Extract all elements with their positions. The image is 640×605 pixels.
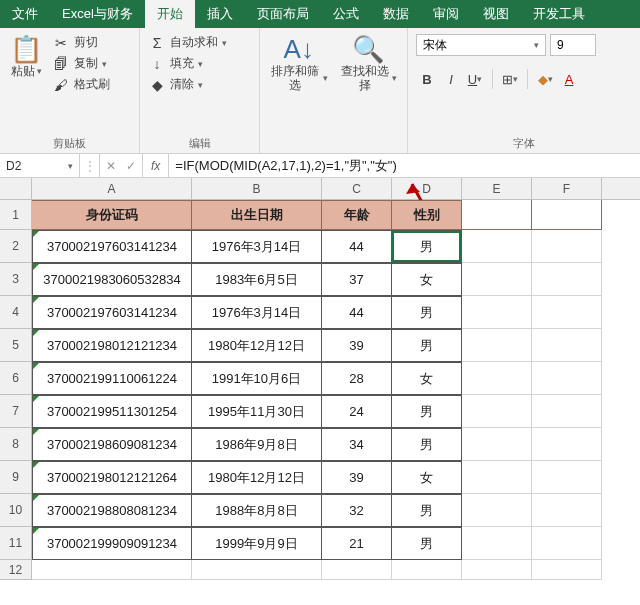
row-header-11[interactable]: 11 xyxy=(0,527,32,560)
cell-C4[interactable]: 44 xyxy=(322,296,392,329)
cell-C8[interactable]: 34 xyxy=(322,428,392,461)
cell-E12[interactable] xyxy=(462,560,532,580)
col-header-A[interactable]: A xyxy=(32,178,192,199)
cell-F3[interactable] xyxy=(532,263,602,296)
fill-button[interactable]: ↓填充▾ xyxy=(144,53,255,74)
menu-data[interactable]: 数据 xyxy=(371,0,421,28)
clear-button[interactable]: ◆清除▾ xyxy=(144,74,255,95)
cell-E3[interactable] xyxy=(462,263,532,296)
cell-F1[interactable] xyxy=(532,200,602,230)
font-name-select[interactable]: 宋体 ▾ xyxy=(416,34,546,56)
cell-D11[interactable]: 男 xyxy=(392,527,462,560)
menu-custom[interactable]: Excel与财务 xyxy=(50,0,145,28)
row-header-3[interactable]: 3 xyxy=(0,263,32,296)
cell-F7[interactable] xyxy=(532,395,602,428)
paste-button[interactable]: 📋 粘贴▾ xyxy=(4,32,48,95)
font-size-select[interactable]: 9 xyxy=(550,34,596,56)
cell-E6[interactable] xyxy=(462,362,532,395)
cell-B6[interactable]: 1991年10月6日 xyxy=(192,362,322,395)
cell-A2[interactable]: 370002197603141234 xyxy=(32,230,192,263)
cell-B3[interactable]: 1983年6月5日 xyxy=(192,263,322,296)
cell-A10[interactable]: 370002198808081234 xyxy=(32,494,192,527)
row-header-5[interactable]: 5 xyxy=(0,329,32,362)
cell-E10[interactable] xyxy=(462,494,532,527)
cell-D6[interactable]: 女 xyxy=(392,362,462,395)
autosum-button[interactable]: Σ自动求和▾ xyxy=(144,32,255,53)
cell-F5[interactable] xyxy=(532,329,602,362)
cell-A6[interactable]: 370002199110061224 xyxy=(32,362,192,395)
menu-page-layout[interactable]: 页面布局 xyxy=(245,0,321,28)
cell-B10[interactable]: 1988年8月8日 xyxy=(192,494,322,527)
row-header-9[interactable]: 9 xyxy=(0,461,32,494)
cell-D7[interactable]: 男 xyxy=(392,395,462,428)
cell-B7[interactable]: 1995年11月30日 xyxy=(192,395,322,428)
cell-C9[interactable]: 39 xyxy=(322,461,392,494)
cell-C2[interactable]: 44 xyxy=(322,230,392,263)
cell-B5[interactable]: 1980年12月12日 xyxy=(192,329,322,362)
format-painter-button[interactable]: 🖌格式刷 xyxy=(48,74,114,95)
cell-B1[interactable]: 出生日期 xyxy=(192,200,322,230)
cell-D4[interactable]: 男 xyxy=(392,296,462,329)
underline-button[interactable]: U▾ xyxy=(464,68,486,90)
col-header-C[interactable]: C xyxy=(322,178,392,199)
col-header-B[interactable]: B xyxy=(192,178,322,199)
name-box[interactable]: D2 ▾ xyxy=(0,154,80,177)
col-header-D[interactable]: D xyxy=(392,178,462,199)
cell-E11[interactable] xyxy=(462,527,532,560)
cell-F6[interactable] xyxy=(532,362,602,395)
col-header-F[interactable]: F xyxy=(532,178,602,199)
cell-D2[interactable]: 男 xyxy=(392,230,462,263)
col-header-E[interactable]: E xyxy=(462,178,532,199)
sort-filter-button[interactable]: A↓ 排序和筛选▾ xyxy=(264,32,334,96)
row-header-12[interactable]: 12 xyxy=(0,560,32,580)
row-header-4[interactable]: 4 xyxy=(0,296,32,329)
cell-F12[interactable] xyxy=(532,560,602,580)
menu-insert[interactable]: 插入 xyxy=(195,0,245,28)
cell-D3[interactable]: 女 xyxy=(392,263,462,296)
cell-D12[interactable] xyxy=(392,560,462,580)
cell-E7[interactable] xyxy=(462,395,532,428)
cell-F8[interactable] xyxy=(532,428,602,461)
cell-D10[interactable]: 男 xyxy=(392,494,462,527)
cell-C6[interactable]: 28 xyxy=(322,362,392,395)
row-header-10[interactable]: 10 xyxy=(0,494,32,527)
cell-D1[interactable]: 性别 xyxy=(392,200,462,230)
row-header-6[interactable]: 6 xyxy=(0,362,32,395)
cell-A11[interactable]: 370002199909091234 xyxy=(32,527,192,560)
cell-A12[interactable] xyxy=(32,560,192,580)
copy-button[interactable]: 🗐复制▾ xyxy=(48,53,114,74)
row-header-8[interactable]: 8 xyxy=(0,428,32,461)
cell-E9[interactable] xyxy=(462,461,532,494)
cell-C1[interactable]: 年龄 xyxy=(322,200,392,230)
cell-B11[interactable]: 1999年9月9日 xyxy=(192,527,322,560)
cut-button[interactable]: ✂剪切 xyxy=(48,32,114,53)
cell-B8[interactable]: 1986年9月8日 xyxy=(192,428,322,461)
cell-A3[interactable]: 370002198306053283​4 xyxy=(32,263,192,296)
cell-D9[interactable]: 女 xyxy=(392,461,462,494)
cell-B2[interactable]: 1976年3月14日 xyxy=(192,230,322,263)
cell-F11[interactable] xyxy=(532,527,602,560)
cell-C7[interactable]: 24 xyxy=(322,395,392,428)
menu-file[interactable]: 文件 xyxy=(0,0,50,28)
font-color-button[interactable]: A xyxy=(558,68,580,90)
formula-input[interactable]: =IF(MOD(MID(A2,17,1),2)=1,"男","女") xyxy=(169,154,640,177)
find-select-button[interactable]: 🔍 查找和选择▾ xyxy=(334,32,404,96)
row-header-1[interactable]: 1 xyxy=(0,200,32,230)
cell-F4[interactable] xyxy=(532,296,602,329)
row-header-7[interactable]: 7 xyxy=(0,395,32,428)
cell-E1[interactable] xyxy=(462,200,532,230)
cell-C3[interactable]: 37 xyxy=(322,263,392,296)
cell-B9[interactable]: 1980年12月12日 xyxy=(192,461,322,494)
cell-B12[interactable] xyxy=(192,560,322,580)
cell-A4[interactable]: 370002197603141234 xyxy=(32,296,192,329)
italic-button[interactable]: I xyxy=(440,68,462,90)
cell-E2[interactable] xyxy=(462,230,532,263)
menu-view[interactable]: 视图 xyxy=(471,0,521,28)
menu-home[interactable]: 开始 xyxy=(145,0,195,28)
cell-A5[interactable]: 370002198012121234 xyxy=(32,329,192,362)
bold-button[interactable]: B xyxy=(416,68,438,90)
fx-label[interactable]: fx xyxy=(143,154,169,177)
cell-A7[interactable]: 370002199511301254 xyxy=(32,395,192,428)
cell-F9[interactable] xyxy=(532,461,602,494)
cell-F10[interactable] xyxy=(532,494,602,527)
